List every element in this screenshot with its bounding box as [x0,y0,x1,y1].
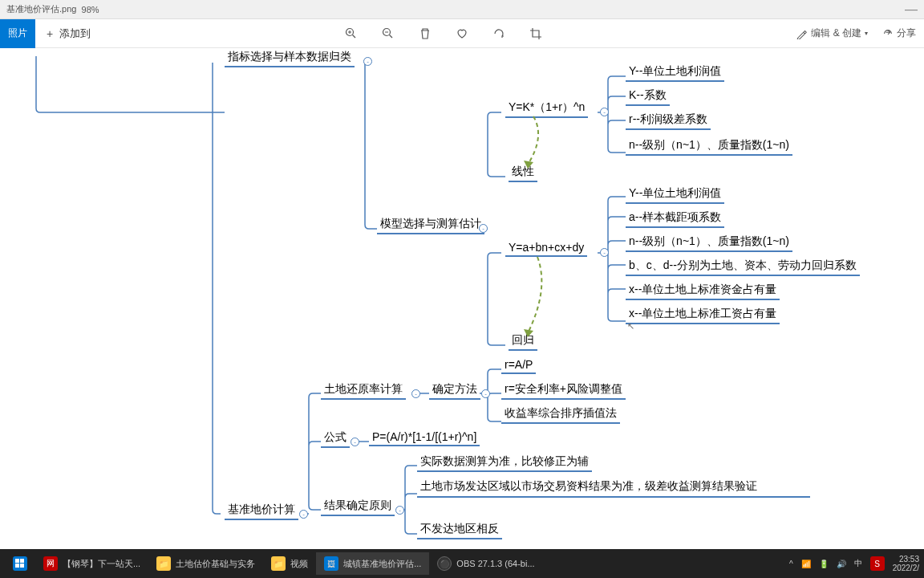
node-formula-label[interactable]: 公式 [321,429,350,448]
photo-button[interactable]: 照片 [0,19,35,48]
node-yield-sort[interactable]: 收益率综合排序插值法 [501,405,620,424]
tray-volume-icon[interactable]: 🔊 [837,560,846,568]
plus-icon: + [43,27,56,40]
zoom-out-icon[interactable] [382,27,395,40]
node-undeveloped[interactable]: 不发达地区相反 [417,520,502,539]
task-photos[interactable]: 🖼城镇基准地价评估... [316,552,429,575]
svg-line-5 [390,35,393,38]
toggle-icon[interactable]: - [411,389,420,398]
node-actual-data[interactable]: 实际数据测算为准，比较修正为辅 [417,453,592,472]
svg-rect-11 [15,564,19,568]
node-bcd-coef[interactable]: b、c、d--分别为土地、资本、劳动力回归系数 [626,257,860,276]
node-k-coef[interactable]: K--系数 [626,87,670,106]
title-bar: 基准地价评估.png 98% — [0,0,924,19]
system-tray[interactable]: ^ 📶 🔋 🔊 中 S 23:53 2022/2/ [789,555,919,572]
node-linear[interactable]: 线性 [509,163,537,182]
svg-rect-12 [20,564,24,568]
tray-ime[interactable]: 中 [854,558,862,569]
task-obs[interactable]: ⚫OBS 27.1.3 (64-bi... [429,552,542,575]
minimize-icon[interactable]: — [905,2,918,17]
heart-icon[interactable] [456,27,468,40]
node-formula1[interactable]: Y=K*（1+r）^n [505,99,588,118]
node-land-reduction[interactable]: 土地还原率计算 [321,381,406,400]
node-indicator-selection[interactable]: 指标选择与样本数据归类 [225,48,355,67]
node-y-profit[interactable]: Y--单位土地利润值 [626,63,724,82]
toggle-icon[interactable]: - [363,57,372,66]
node-r-diff[interactable]: r--利润级差系数 [626,111,711,130]
node-r-safe[interactable]: r=安全利率+风险调整值 [501,381,626,400]
node-y-profit2[interactable]: Y--单位土地利润值 [626,185,724,204]
node-x-capital[interactable]: x--单位土地上标准资金占有量 [626,281,780,300]
task-folder2[interactable]: 📁视频 [263,552,316,575]
share-button[interactable]: 分享 [882,26,916,40]
zoom-level: 98% [82,5,99,14]
toggle-icon[interactable]: - [600,108,609,116]
toggle-icon[interactable]: - [479,224,488,233]
edit-create-button[interactable]: 编辑 & 创建 ▾ [796,26,868,40]
svg-rect-9 [15,559,19,563]
node-model-selection[interactable]: 模型选择与测算估计 [377,215,484,234]
file-name: 基准地价评估.png [6,3,76,15]
toggle-icon[interactable]: - [481,389,490,398]
node-market-developed[interactable]: 土地市场发达区域以市场交易资料结果为准，级差收益测算结果验证 [417,477,810,498]
toolbar: 照片 + 添加到 编辑 & 创建 ▾ 分享 [0,19,924,48]
toggle-icon[interactable]: - [395,506,404,515]
node-r-ap[interactable]: r=A/P [501,356,536,374]
node-result-principle[interactable]: 结果确定原则 [321,497,395,516]
tray-time: 23:53 [893,555,919,564]
start-button[interactable] [5,552,35,575]
tray-sogou-icon[interactable]: S [870,556,885,571]
mindmap-canvas[interactable]: 指标选择与样本数据归类 - 模型选择与测算估计 - Y=K*（1+r）^n - … [0,48,924,549]
svg-rect-10 [20,559,24,563]
task-folder1[interactable]: 📁土地估价基础与实务 [148,552,263,575]
tray-battery-icon[interactable]: 🔋 [819,560,829,568]
node-p-formula[interactable]: P=(A/r)*[1-1/[(1+r)^n] [369,429,480,446]
rotate-icon[interactable] [492,27,505,40]
delete-icon[interactable] [419,27,432,40]
cursor-icon: ↖ [627,321,634,332]
node-base-price[interactable]: 基准地价计算 [225,501,298,520]
node-n-level2[interactable]: n--级别（n~1）、质量指数(1~n) [626,233,792,252]
add-to-button[interactable]: + 添加到 [43,26,91,41]
node-a-intercept[interactable]: a--样本截距项系数 [626,209,724,228]
tray-date: 2022/2/ [893,564,919,572]
zoom-in-icon[interactable] [345,27,358,40]
node-x-wage[interactable]: x--单位土地上标准工资占有量 [626,305,780,324]
node-n-level[interactable]: n--级别（n~1）、质量指数(1~n) [626,136,792,156]
taskbar[interactable]: 网【钢琴】下一站天... 📁土地估价基础与实务 📁视频 🖼城镇基准地价评估...… [0,549,924,578]
crop-icon[interactable] [529,27,542,40]
node-regression[interactable]: 回归 [509,332,537,351]
task-netease[interactable]: 网【钢琴】下一站天... [35,552,148,575]
toggle-icon[interactable]: - [299,510,308,519]
node-determine-method[interactable]: 确定方法 [429,381,480,400]
toggle-icon[interactable]: - [600,248,609,257]
node-formula2[interactable]: Y=a+bn+cx+dy [505,239,587,257]
toggle-icon[interactable]: - [351,438,359,446]
tray-network-icon[interactable]: 📶 [801,560,811,568]
tray-chevron-icon[interactable]: ^ [789,560,793,568]
svg-line-1 [353,35,356,38]
